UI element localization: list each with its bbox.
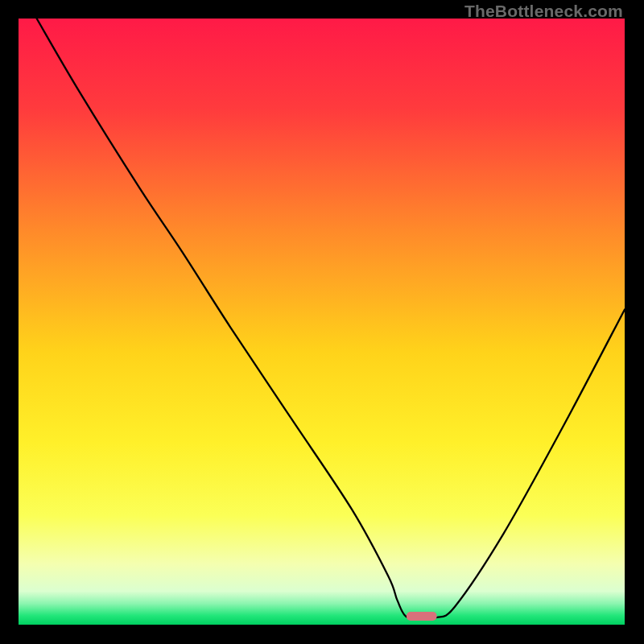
chart-frame: [19, 19, 625, 625]
watermark-text: TheBottleneck.com: [464, 2, 623, 21]
gradient-background: [19, 19, 625, 625]
optimal-marker: [407, 612, 437, 621]
bottleneck-chart: [19, 19, 625, 625]
